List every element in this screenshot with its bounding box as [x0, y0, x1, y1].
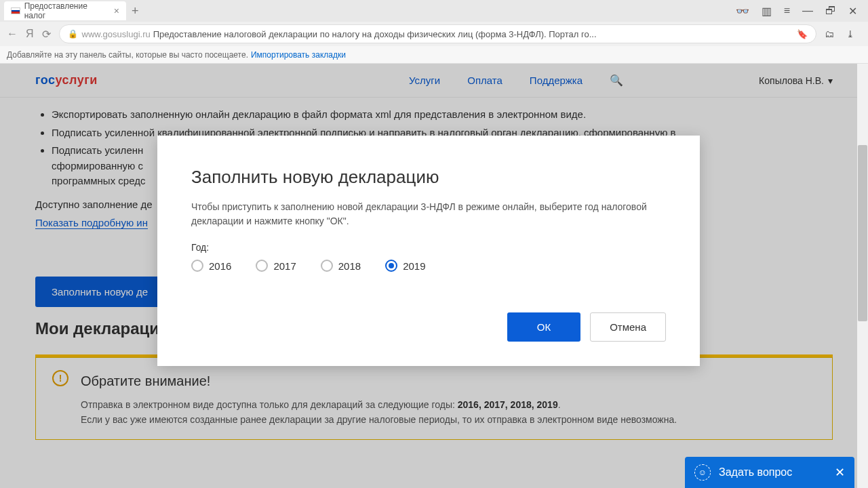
ask-close-icon[interactable]: ✕: [835, 465, 845, 480]
tab-bar: Предоставление налог × + 👓 ▥ ≡ — 🗗 ✕: [0, 0, 868, 22]
bookmarks-bar: Добавляйте на эту панель сайты, которые …: [0, 46, 868, 64]
year-radio-2018[interactable]: 2018: [321, 260, 361, 272]
close-window-icon[interactable]: ✕: [848, 5, 857, 18]
import-bookmarks-link[interactable]: Импортировать закладки: [251, 50, 346, 60]
ask-label: Задать вопрос: [719, 466, 792, 479]
year-radio-2016[interactable]: 2016: [191, 260, 231, 272]
year-label-text: 2016: [209, 260, 231, 272]
bookmark-icon[interactable]: 🔖: [797, 29, 808, 39]
tab-title: Предоставление налог: [24, 1, 108, 20]
year-radio-group: 2016201720182019: [191, 260, 666, 272]
url-host: www.gosuslugi.ru: [82, 29, 151, 39]
address-bar: ← Я ⟳ 🔒 www.gosuslugi.ru Предоставление …: [0, 22, 868, 46]
menu-icon[interactable]: ≡: [784, 5, 790, 18]
year-modal: Заполнить новую декларацию Чтобы приступ…: [157, 136, 700, 366]
year-label-text: 2018: [338, 260, 361, 272]
reload-button[interactable]: ⟳: [42, 28, 51, 41]
extensions-icon[interactable]: 🗂: [825, 28, 834, 39]
maximize-icon[interactable]: 🗗: [825, 5, 836, 18]
ask-question-widget[interactable]: ☺ Задать вопрос ✕: [685, 457, 854, 488]
bookmarks-icon[interactable]: ▥: [762, 5, 772, 18]
url-title: Предоставление налоговой декларации по н…: [153, 29, 597, 39]
back-button[interactable]: ←: [7, 28, 18, 40]
radio-circle-icon: [256, 260, 268, 272]
lock-icon: 🔒: [68, 29, 78, 39]
year-radio-2017[interactable]: 2017: [256, 260, 296, 272]
year-label: Год:: [191, 242, 666, 253]
tab-favicon-icon: [11, 7, 20, 14]
scroll-thumb[interactable]: [858, 145, 867, 321]
radio-circle-icon: [191, 260, 203, 272]
modal-text: Чтобы приступить к заполнению новой декл…: [191, 200, 666, 228]
minimize-icon[interactable]: —: [802, 5, 813, 18]
ok-button[interactable]: ОК: [507, 312, 580, 342]
bookmarks-hint: Добавляйте на эту панель сайты, которые …: [7, 50, 248, 60]
incognito-icon[interactable]: 👓: [736, 5, 749, 18]
year-label-text: 2017: [273, 260, 296, 272]
cancel-button[interactable]: Отмена: [590, 312, 666, 342]
downloads-icon[interactable]: ⤓: [846, 28, 854, 39]
modal-title: Заполнить новую декларацию: [191, 167, 666, 188]
yandex-button[interactable]: Я: [26, 28, 34, 40]
year-label-text: 2019: [403, 260, 425, 272]
scrollbar[interactable]: [857, 64, 868, 488]
year-radio-2019[interactable]: 2019: [385, 260, 425, 272]
tab-close-icon[interactable]: ×: [114, 5, 119, 16]
new-tab-button[interactable]: +: [132, 4, 139, 18]
radio-circle-icon: [385, 260, 397, 272]
radio-circle-icon: [321, 260, 333, 272]
browser-tab[interactable]: Предоставление налог ×: [4, 1, 126, 20]
url-input[interactable]: 🔒 www.gosuslugi.ru Предоставление налого…: [59, 24, 816, 43]
chat-icon: ☺: [694, 464, 711, 481]
